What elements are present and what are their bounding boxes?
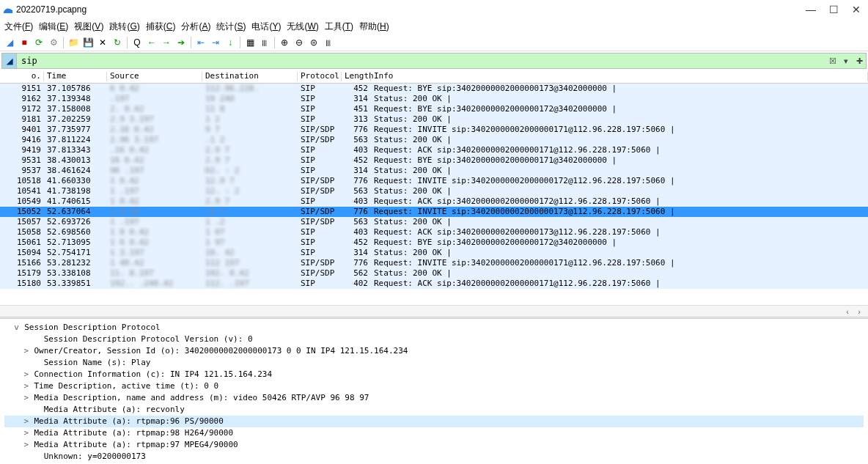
col-length[interactable]: Length — [342, 70, 371, 83]
stop-capture-icon[interactable]: ■ — [18, 36, 31, 49]
table-row[interactable]: 917237.1580082. 0.4211 8SIP451Request: B… — [0, 104, 868, 114]
table-row[interactable]: 941937.813343 .16 0.422.9 7SIP403Request… — [0, 145, 868, 155]
table-row[interactable]: 953138.430013 16 0.42 2.9 7SIP452Request… — [0, 155, 868, 166]
detail-line[interactable]: >Media Description, name and address (m)… — [4, 392, 864, 404]
zoom-in-icon[interactable]: ⊕ — [278, 36, 291, 49]
table-row[interactable]: 915137.1057866 0.42112.96.228. SIP452Req… — [0, 84, 868, 94]
first-packet-icon[interactable]: ⇤ — [194, 36, 207, 49]
table-row[interactable]: 1505852.6985601 0 0.42 1 07SIP403Request… — [0, 227, 868, 237]
separator — [191, 37, 191, 48]
col-no[interactable]: o. — [0, 70, 44, 83]
packet-list-header[interactable]: o. Time Source Destination Protocol Leng… — [0, 70, 868, 84]
col-time[interactable]: Time — [44, 70, 107, 83]
filter-add-icon[interactable]: ✚ — [853, 54, 866, 68]
toolbar: ◢ ■ ⟳ ⚙ 📁 💾 ✕ ↻ Q ← → ➔ ⇤ ⇥ ↓ ▦ ⫼ ⊕ ⊖ ⊜ … — [0, 34, 868, 51]
detail-line[interactable]: >Owner/Creator, Session Id (o): 34020000… — [4, 345, 864, 357]
separator — [127, 37, 128, 48]
menu-t[interactable]: 工具(T) — [323, 21, 355, 32]
table-row[interactable]: 918137.2022592.9 3.1971 2SIP313Status: 2… — [0, 114, 868, 125]
horizontal-scrollbar[interactable]: ‹ › — [0, 305, 868, 317]
table-row[interactable]: 1505752.6937261 .197 1 .2SIP/SDP563Statu… — [0, 217, 868, 227]
col-destination[interactable]: Destination — [202, 70, 298, 83]
window-title: 20220719.pcapng — [16, 4, 806, 15]
open-file-icon[interactable]: 📁 — [67, 36, 80, 49]
capture-options-icon[interactable]: ⚙ — [47, 36, 60, 49]
close-button[interactable]: ✕ — [852, 4, 861, 15]
menu-f[interactable]: 文件(F) — [3, 21, 34, 32]
table-row[interactable]: 1518053.339851192.. .240.42112. .197SIP4… — [0, 279, 868, 289]
table-row[interactable]: 1516653.2812321 40.42112 197SIP/SDP776Re… — [0, 258, 868, 268]
table-row[interactable]: 1506152.7130951 6 0.42 1 97SIP452Request… — [0, 237, 868, 248]
menu-a[interactable]: 分析(A) — [180, 21, 212, 32]
title-bar: 20220719.pcapng — ☐ ✕ — [0, 0, 868, 19]
detail-line[interactable]: >Media Attribute (a): rtpmap:97 MPEG4/90… — [4, 439, 864, 451]
restart-capture-icon[interactable]: ⟳ — [32, 36, 45, 49]
menu-s[interactable]: 统计(S) — [215, 21, 247, 32]
table-row[interactable]: 940137.7359772.16 0.42 9 7SIP/SDP776Requ… — [0, 125, 868, 135]
menu-h[interactable]: 帮助(H) — [358, 21, 391, 32]
detail-line[interactable]: >Time Description, active time (t): 0 0 — [4, 380, 864, 392]
resize-cols-icon[interactable]: ⫼ — [258, 36, 271, 49]
menu-bar: 文件(F)编辑(E)视图(V)跳转(G)捕获(C)分析(A)统计(S)电话(Y)… — [0, 19, 868, 34]
table-row[interactable]: 1054141.738198 1 .19712. : 2SIP/SDP563St… — [0, 186, 868, 196]
table-row[interactable]: 1517953.33810811. 8.197192. 0.42SIP/SDP5… — [0, 268, 868, 279]
zoom-reset-icon[interactable]: ⊜ — [307, 36, 320, 49]
save-file-icon[interactable]: 💾 — [81, 36, 95, 49]
menu-w[interactable]: 无线(W) — [285, 21, 320, 32]
filter-bookmark-icon[interactable]: ◢ — [2, 54, 17, 68]
col-protocol[interactable]: Protocol — [298, 70, 342, 83]
menu-v[interactable]: 视图(V) — [73, 21, 105, 32]
packet-list-pane[interactable]: o. Time Source Destination Protocol Leng… — [0, 70, 868, 305]
menu-c[interactable]: 捕获(C) — [144, 21, 177, 32]
colorize-icon[interactable]: ▦ — [243, 36, 257, 49]
table-row[interactable]: 1054941.7406151 0.42 2.9 7SIP403Request:… — [0, 196, 868, 207]
table-row[interactable]: 1505252.6370641 0.42 .9 7SIP/SDP776Reque… — [0, 207, 868, 217]
find-icon[interactable]: Q — [130, 36, 144, 49]
detail-line[interactable]: >Connection Information (c): IN IP4 121.… — [4, 369, 864, 380]
col-source[interactable]: Source — [107, 70, 202, 83]
wireshark-icon — [3, 4, 13, 15]
jump-icon[interactable]: ➔ — [174, 36, 188, 49]
columns-icon[interactable]: ⫼ — [322, 36, 335, 49]
table-row[interactable]: 916237.139348 .19719 240SIP314Status: 20… — [0, 94, 868, 104]
display-filter-bar: ◢ ☒ ▾ ✚ — [1, 53, 867, 69]
packet-details-pane[interactable]: vSession Description Protocol Session De… — [0, 319, 868, 464]
detail-line[interactable]: >Media Attribute (a): rtpmap:96 PS/90000 — [4, 416, 864, 427]
auto-scroll-icon[interactable]: ↓ — [224, 36, 237, 49]
detail-line[interactable]: Session Description Protocol Version (v)… — [4, 334, 864, 345]
col-info[interactable]: Info — [371, 70, 868, 83]
separator — [240, 37, 240, 48]
last-packet-icon[interactable]: ⇥ — [209, 36, 222, 49]
detail-line[interactable]: >Media Attribute (a): rtpmap:98 H264/900… — [4, 427, 864, 439]
detail-line[interactable]: Unknown: y=0200000173 — [4, 451, 864, 463]
table-row[interactable]: 941637.8112242.96 3.197 .1 2SIP/SDP563St… — [0, 135, 868, 145]
table-row[interactable]: 1509452.7541711 3.197 19. 42SIP314Status… — [0, 248, 868, 258]
maximize-button[interactable]: ☐ — [829, 4, 839, 15]
detail-line[interactable]: Media Attribute (a): recvonly — [4, 404, 864, 416]
window-buttons: — ☐ ✕ — [806, 4, 865, 15]
menu-e[interactable]: 编辑(E) — [37, 21, 70, 32]
display-filter-input[interactable] — [17, 54, 826, 68]
table-row[interactable]: 1051841.660330 1 0.4212.9 7SIP/SDP776Req… — [0, 176, 868, 186]
minimize-button[interactable]: — — [806, 4, 816, 15]
filter-dropdown-icon[interactable]: ▾ — [839, 54, 853, 68]
separator — [274, 37, 275, 48]
scroll-left-icon[interactable]: ‹ — [842, 307, 853, 316]
filter-clear-icon[interactable]: ☒ — [826, 54, 839, 68]
prev-icon[interactable]: ← — [145, 36, 158, 49]
detail-line[interactable]: vSession Description Protocol — [4, 322, 864, 334]
zoom-out-icon[interactable]: ⊖ — [293, 36, 306, 49]
reload-icon[interactable]: ↻ — [111, 36, 124, 49]
detail-line[interactable]: Session Name (s): Play — [4, 357, 864, 369]
scroll-right-icon[interactable]: › — [853, 307, 865, 316]
separator — [63, 37, 64, 48]
start-capture-icon[interactable]: ◢ — [3, 36, 16, 49]
table-row[interactable]: 953738.461624 96 .197D2. : 2SIP314Status… — [0, 166, 868, 176]
menu-g[interactable]: 跳转(G) — [108, 21, 141, 32]
close-file-icon[interactable]: ✕ — [96, 36, 109, 49]
menu-y[interactable]: 电话(Y) — [250, 21, 282, 32]
next-icon[interactable]: → — [160, 36, 173, 49]
